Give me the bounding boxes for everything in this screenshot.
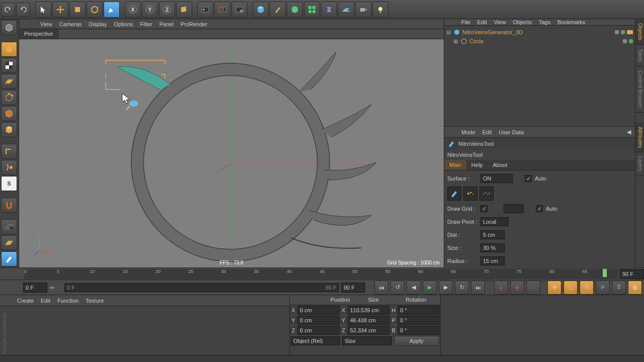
autokey-button[interactable]: ◉ xyxy=(510,281,524,295)
param-key-button[interactable]: P xyxy=(596,281,610,295)
timeline-end-frame[interactable]: 90 F xyxy=(620,269,644,279)
drawgrid-dropdown[interactable] xyxy=(504,204,524,213)
rotation-input[interactable]: 0 ° xyxy=(397,316,440,325)
next-key-button[interactable]: ↻ xyxy=(455,281,469,295)
x-axis-button[interactable]: X xyxy=(125,2,141,18)
camera-button[interactable] xyxy=(355,2,371,18)
prev-frame-button[interactable]: ◀ xyxy=(407,281,421,295)
obj-menu-edit[interactable]: Edit xyxy=(477,19,487,25)
nav-back-icon[interactable]: ◀ xyxy=(627,129,631,135)
obj-menu-tags[interactable]: Tags xyxy=(539,19,550,25)
rotation-input[interactable]: 0 ° xyxy=(397,306,440,315)
viewport-tab[interactable]: Perspective xyxy=(19,29,58,39)
viewport[interactable]: y x FPS : 73.8 Grid Spacing : 1000 cm xyxy=(19,39,444,267)
point-key-button[interactable]: ⠿ xyxy=(612,281,626,295)
attr-menu-mode[interactable]: Mode xyxy=(461,129,475,135)
model-mode-button[interactable] xyxy=(1,42,17,57)
y-axis-button[interactable]: Y xyxy=(142,2,158,18)
rotation-input[interactable]: 0 ° xyxy=(397,326,440,335)
range-slider[interactable]: 0 F 90 F xyxy=(64,283,339,292)
rot-key-button[interactable]: ↻ xyxy=(580,281,594,295)
dist-input[interactable]: 5 cm xyxy=(480,230,505,239)
end-frame-input[interactable]: 90 F xyxy=(341,283,365,293)
goto-start-button[interactable]: ⏮ xyxy=(374,281,388,295)
mat-menu-texture[interactable]: Texture xyxy=(86,298,104,304)
attr-tab-about[interactable]: About xyxy=(488,160,512,170)
z-axis-button[interactable]: Z xyxy=(159,2,175,18)
workplane-button[interactable] xyxy=(1,74,17,89)
edge-mode-button[interactable] xyxy=(1,106,17,121)
rotate-tool[interactable] xyxy=(87,2,103,18)
tree-item-label[interactable]: Circle xyxy=(469,38,484,44)
view-menu-filter[interactable]: Filter xyxy=(140,21,152,27)
attr-menu-edit[interactable]: Edit xyxy=(482,129,492,135)
brush-preset-1[interactable] xyxy=(447,187,461,201)
texture-mode-button[interactable] xyxy=(1,58,17,73)
timeline-playhead[interactable] xyxy=(603,269,607,277)
snap-button[interactable]: S xyxy=(1,176,17,191)
prev-key-button[interactable]: ↺ xyxy=(390,281,405,295)
axis-button[interactable] xyxy=(1,144,17,159)
pos-key-button[interactable]: ✥ xyxy=(547,281,561,295)
cube-primitive-button[interactable] xyxy=(253,2,269,18)
vtab-objects[interactable]: Objects xyxy=(635,19,644,45)
position-input[interactable]: 0 cm xyxy=(297,316,340,325)
planar-workplane-button[interactable] xyxy=(1,235,17,250)
magnet-button[interactable] xyxy=(1,198,17,213)
locked-workplane-button[interactable] xyxy=(1,219,17,234)
tree-row[interactable]: ⊟ NitroVeinsGenerator_3D xyxy=(446,28,633,37)
scale-tool[interactable] xyxy=(69,2,86,18)
anim-layer-button[interactable]: ▦ xyxy=(628,281,642,295)
position-input[interactable]: 0 cm xyxy=(297,306,340,315)
surface-dropdown[interactable]: ON xyxy=(480,174,513,183)
view-menu-view[interactable]: View xyxy=(40,21,52,27)
view-menu-display[interactable]: Display xyxy=(89,21,107,27)
tree-item-label[interactable]: NitroVeinsGenerator_3D xyxy=(462,29,523,35)
brush-preset-2[interactable] xyxy=(463,187,477,201)
position-input[interactable]: 0 cm xyxy=(297,326,340,335)
coord-system-button[interactable] xyxy=(176,2,192,18)
vtab-attributes[interactable]: Attributes xyxy=(635,123,644,152)
coord-mode-dropdown[interactable]: Object (Rel) xyxy=(291,336,340,345)
timeline-ruler[interactable]: 0510152025303540455055606570758085 xyxy=(24,269,618,279)
radius-input[interactable]: 15 cm xyxy=(480,256,505,265)
drawgrid-auto-checkbox[interactable]: ✓ xyxy=(536,205,543,212)
move-tool[interactable] xyxy=(52,2,68,18)
redo-button[interactable] xyxy=(16,3,30,17)
size-input[interactable]: 110.539 cm xyxy=(348,306,390,315)
deformer-button[interactable] xyxy=(321,2,337,18)
obj-menu-objects[interactable]: Objects xyxy=(513,19,531,25)
attr-tab-help[interactable]: Help xyxy=(466,160,488,170)
auto-checkbox[interactable]: ✓ xyxy=(525,175,532,182)
render-view-button[interactable] xyxy=(197,2,213,18)
pen-tool-button[interactable] xyxy=(270,2,286,18)
goto-end-button[interactable]: ⏭ xyxy=(471,281,485,295)
view-menu-panel[interactable]: Panel xyxy=(159,21,174,27)
view-menu-cameras[interactable]: Cameras xyxy=(59,21,82,27)
render-region-button[interactable] xyxy=(214,2,230,18)
attr-tab-main[interactable]: Main xyxy=(444,160,466,170)
light-button[interactable] xyxy=(372,2,388,18)
size-input[interactable]: 52.334 cm xyxy=(348,326,390,335)
brush-tool-button[interactable] xyxy=(1,251,17,266)
brush-preset-3[interactable] xyxy=(479,187,494,201)
expand-icon[interactable]: ⊞ xyxy=(453,38,458,45)
make-editable-button[interactable] xyxy=(1,20,17,35)
vtab-layers[interactable]: Layers xyxy=(635,152,644,176)
array-button[interactable] xyxy=(304,2,320,18)
floor-button[interactable] xyxy=(338,2,354,18)
nurbs-button[interactable] xyxy=(287,2,303,18)
active-tool[interactable] xyxy=(104,2,120,18)
scale-key-button[interactable]: ◻ xyxy=(564,281,578,295)
expand-icon[interactable]: ⊟ xyxy=(446,29,451,36)
play-button[interactable]: ▶ xyxy=(423,281,437,295)
view-menu-prorender[interactable]: ProRender xyxy=(181,21,207,27)
vtab-content[interactable]: Content Browser xyxy=(635,66,644,112)
vtab-takes[interactable]: Takes xyxy=(635,45,644,66)
mat-menu-function[interactable]: Function xyxy=(57,298,78,304)
size-input[interactable]: 30 % xyxy=(480,243,505,252)
drawgrid-checkbox[interactable]: ✓ xyxy=(480,205,488,212)
object-tree[interactable]: ⊟ NitroVeinsGenerator_3D ⊞ Circle xyxy=(444,26,635,126)
tweak-button[interactable] xyxy=(1,160,17,175)
undo-button[interactable] xyxy=(1,3,15,17)
